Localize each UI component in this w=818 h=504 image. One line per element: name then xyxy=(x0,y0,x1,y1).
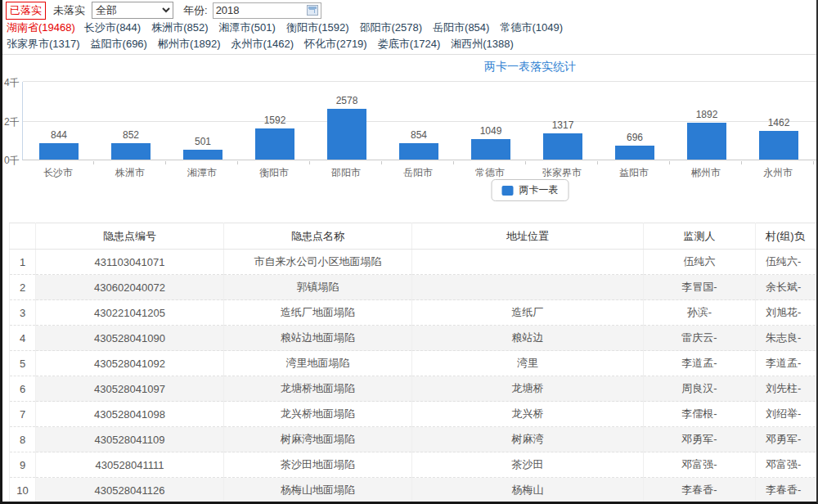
x-axis-label: 长沙市 xyxy=(22,166,94,180)
cell-code: 430528041090 xyxy=(36,326,224,351)
city-link[interactable]: 张家界市(1317) xyxy=(7,38,80,50)
cell-address: 粮站边 xyxy=(412,326,644,351)
cell-village: 刘先柱- xyxy=(756,376,817,402)
table-header-cell: 地址位置 xyxy=(412,223,644,250)
city-link[interactable]: 岳阳市(854) xyxy=(433,21,489,34)
cell-address: 茶沙田 xyxy=(412,452,644,478)
cell-village: 李道孟- xyxy=(756,351,817,376)
cell-code: 430528041092 xyxy=(36,351,224,376)
calendar-icon[interactable] xyxy=(307,5,318,16)
cell-row-number: 9 xyxy=(10,452,36,478)
cell-name: 龙塘桥地面塌陷 xyxy=(224,376,412,402)
bar xyxy=(111,143,151,160)
bar-slot: 1462 xyxy=(743,117,815,160)
cell-village: 邓富强- xyxy=(756,452,817,478)
bar-value-label: 2578 xyxy=(336,95,358,106)
bar xyxy=(759,131,798,160)
x-axis-label: 岳阳市 xyxy=(382,166,454,180)
city-link[interactable]: 株洲市(852) xyxy=(151,21,208,34)
cell-row-number: 4 xyxy=(10,326,36,351)
bar-slot: 2578 xyxy=(311,95,383,160)
x-axis-tick xyxy=(526,161,598,164)
city-link[interactable]: 湘西州(1388) xyxy=(451,38,514,50)
x-axis-tick xyxy=(742,161,814,164)
table-row: 8430528041109树麻湾地面塌陷树麻湾邓勇军-邓勇军- xyxy=(10,427,817,452)
cell-row-number: 6 xyxy=(10,376,36,402)
x-axis-tick xyxy=(238,161,310,164)
tab-not-implemented[interactable]: 未落实 xyxy=(53,3,85,18)
bar-value-label: 1462 xyxy=(768,117,790,128)
cell-row-number: 3 xyxy=(10,300,36,326)
city-link[interactable]: 邵阳市(2578) xyxy=(359,21,422,34)
cell-code: 430528041097 xyxy=(36,376,224,402)
city-link[interactable]: 衡阳市(1592) xyxy=(286,21,349,34)
cell-village: 刘绍举- xyxy=(756,402,817,427)
x-axis-label: 常德市 xyxy=(454,166,526,180)
legend-item[interactable]: 两卡一表 xyxy=(492,179,569,201)
top-toolbar: 已落实 未落实 全部 年份: xyxy=(2,0,816,20)
city-link[interactable]: 常德市(1049) xyxy=(500,21,563,34)
city-link[interactable]: 永州市(1462) xyxy=(231,38,294,50)
province-link[interactable]: 湖南省(19468) xyxy=(7,21,75,34)
y-axis-tick: 2千 xyxy=(4,115,20,129)
cell-name: 茶沙田地面塌陷 xyxy=(224,452,412,478)
city-link[interactable]: 湘潭市(501) xyxy=(219,21,276,34)
table-header-cell: 隐患点名称 xyxy=(224,223,412,250)
bar xyxy=(39,143,79,160)
table-row: 2430602040072郭镇塌陷李冒国-余长斌- xyxy=(10,275,817,300)
city-link[interactable]: 娄底市(1724) xyxy=(378,38,441,50)
bar-slot: 1049 xyxy=(455,125,527,160)
cell-address xyxy=(412,275,644,300)
bar xyxy=(255,128,294,160)
bar-slot: 1592 xyxy=(239,115,311,160)
cell-village: 朱志良- xyxy=(756,326,817,351)
tab-implemented[interactable]: 已落实 xyxy=(6,2,46,20)
bar xyxy=(543,133,582,160)
cell-code: 431103041071 xyxy=(36,250,224,275)
bar xyxy=(615,146,654,160)
x-axis-tick xyxy=(454,161,526,164)
cell-monitor: 李冒国- xyxy=(644,275,756,300)
cell-code: 430528041126 xyxy=(36,478,224,503)
city-link[interactable]: 郴州市(1892) xyxy=(158,38,221,50)
x-axis-label: 郴州市 xyxy=(670,166,742,180)
x-axis-label: 永州市 xyxy=(742,166,814,180)
cell-address xyxy=(412,250,644,275)
cell-monitor: 周良汉- xyxy=(644,376,756,402)
table-row: 10430528041126杨梅山地面塌陷杨梅山李春香-李春香- xyxy=(10,478,817,503)
table-row: 5430528041092湾里地面塌陷湾里李道孟-李道孟- xyxy=(10,351,817,376)
cell-monitor: 李道孟- xyxy=(644,351,756,376)
plot-area: 844852501159225788541049131769618921462 xyxy=(22,82,816,160)
cell-address: 杨梅山 xyxy=(412,478,644,503)
cell-name: 市自来水公司小区地面塌陷 xyxy=(224,250,412,275)
x-axis-tick xyxy=(94,161,166,164)
x-axis-tick xyxy=(670,161,742,164)
table-row: 7430528041098龙兴桥地面塌陷龙兴桥李儒根-刘绍举- xyxy=(10,402,817,427)
filter-select[interactable]: 全部 xyxy=(92,2,173,19)
city-link[interactable]: 长沙市(844) xyxy=(84,21,141,34)
bar-slot: 1892 xyxy=(671,109,743,160)
bar-slot: 854 xyxy=(383,129,455,160)
cell-row-number: 5 xyxy=(10,351,36,376)
hazard-table: 隐患点编号隐患点名称地址位置监测人村(组)负 1431103041071市自来水… xyxy=(9,223,816,503)
bar-slot: 852 xyxy=(95,129,167,160)
cell-name: 湾里地面塌陷 xyxy=(224,351,412,376)
city-link[interactable]: 益阳市(696) xyxy=(91,38,147,50)
table-header-cell: 监测人 xyxy=(644,223,756,250)
cell-address: 龙兴桥 xyxy=(412,402,644,427)
cell-code: 430528041111 xyxy=(36,452,224,478)
table-row: 9430528041111茶沙田地面塌陷茶沙田邓富强-邓富强- xyxy=(10,452,817,478)
chart-title: 两卡一表落实统计 xyxy=(484,60,576,74)
bar xyxy=(183,150,222,160)
table-header-cell: 隐患点编号 xyxy=(36,223,224,250)
year-input[interactable] xyxy=(216,4,307,16)
cell-name: 粮站边地面塌陷 xyxy=(224,326,412,351)
x-axis-label: 益阳市 xyxy=(598,166,670,180)
cell-monitor: 李春香- xyxy=(644,478,756,503)
bar xyxy=(327,109,366,160)
city-link[interactable]: 怀化市(2719) xyxy=(304,38,367,50)
bar xyxy=(687,123,726,160)
cell-name: 杨梅山地面塌陷 xyxy=(224,478,412,503)
cell-row-number: 7 xyxy=(10,402,36,427)
bar-value-label: 844 xyxy=(51,129,67,141)
